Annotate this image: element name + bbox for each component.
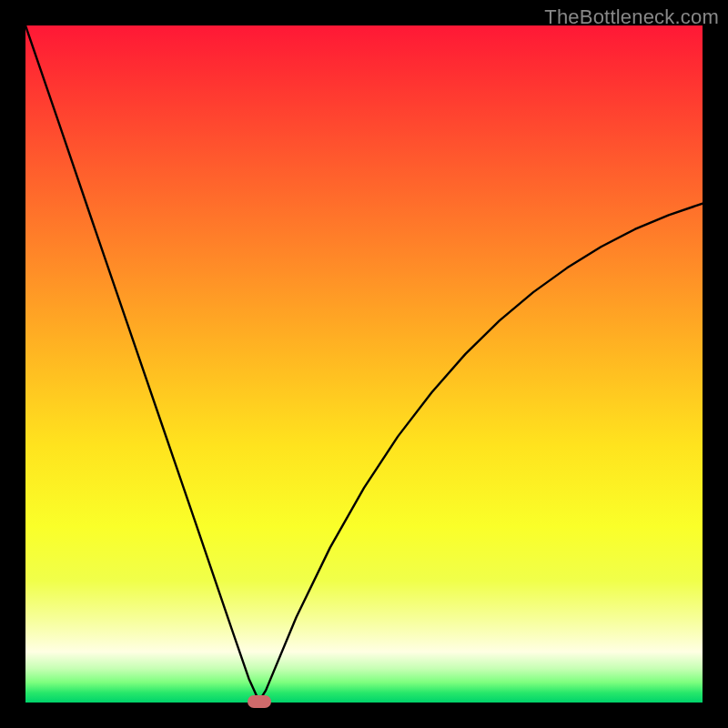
watermark-text: TheBottleneck.com bbox=[544, 5, 719, 29]
bottleneck-curve bbox=[25, 25, 703, 703]
plot-area bbox=[25, 25, 703, 703]
optimal-point-marker bbox=[248, 695, 271, 708]
chart-frame: TheBottleneck.com bbox=[0, 0, 728, 728]
